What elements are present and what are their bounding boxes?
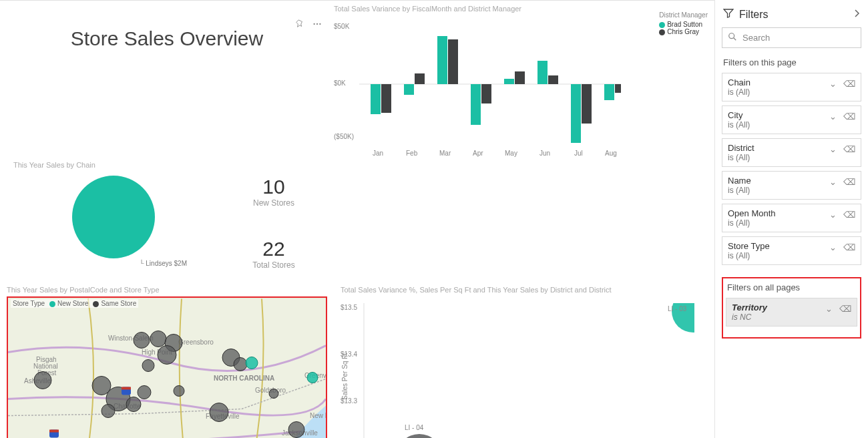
filter-search-input[interactable]: Search [722,27,861,48]
pin-icon[interactable] [295,19,304,31]
svg-point-94 [397,434,442,438]
svg-rect-17 [537,61,548,84]
chevron-down-icon[interactable]: ⌄ [829,79,837,89]
svg-text:Jan: Jan [373,150,383,157]
svg-text:Greensboro: Greensboro [178,339,214,346]
filters-pane: Filters Search Filters on this page Chai… [714,0,868,438]
filter-card-store-type[interactable]: Store Type is (All) ⌄⌫ [722,236,861,265]
filter-icon [723,8,734,21]
svg-rect-20 [582,84,592,124]
svg-rect-15 [504,79,514,84]
svg-rect-10 [415,73,425,84]
chevron-down-icon[interactable]: ⌄ [829,144,837,154]
chevron-down-icon[interactable]: ⌄ [825,304,833,314]
svg-rect-8 [381,84,391,113]
svg-point-53 [34,372,51,389]
svg-rect-13 [471,84,481,125]
scatter-chart-svg: $13.5 $13.4 $13.3 $13.2 -8.0% -7.5% -7.0… [341,296,694,438]
svg-text:May: May [505,150,517,157]
svg-rect-19 [571,84,581,143]
map-legend: Store Type New Store Same Store [11,299,138,308]
svg-rect-11 [437,36,447,84]
eraser-icon[interactable]: ⌫ [843,177,855,187]
svg-point-63 [210,403,228,422]
eraser-icon[interactable]: ⌫ [843,242,855,252]
svg-rect-9 [404,84,414,95]
svg-point-70 [138,386,151,399]
filters-all-pages-highlight: Filters on all pages Territory is NC ⌄⌫ [722,277,861,339]
filter-card-open-month[interactable]: Open Month is (All) ⌄⌫ [722,204,861,232]
svg-text:Mar: Mar [439,150,451,157]
scatter-chart-tile[interactable]: Total Sales Variance %, Sales Per Sq Ft … [327,286,708,438]
eraser-icon[interactable]: ⌫ [839,304,851,314]
svg-rect-76 [122,387,131,390]
svg-point-0 [313,23,314,25]
svg-point-2 [319,23,320,25]
pie-chart-tile[interactable]: This Year Sales by Chain └ Lindseys $2M [7,161,220,284]
bar-chart-tile[interactable]: Total Sales Variance by FiscalMonth and … [327,5,708,161]
svg-point-1 [316,23,318,25]
scatter-chart-title: Total Sales Variance %, Sales Per Sq Ft … [341,286,708,294]
svg-point-69 [174,386,184,397]
filter-card-territory[interactable]: Territory is NC ⌄⌫ [726,298,857,326]
svg-point-57 [101,405,115,418]
section-filters-all: Filters on all pages [727,282,857,292]
page-title: Store Sales Overview [7,27,327,50]
svg-point-62 [142,360,154,372]
eraser-icon[interactable]: ⌫ [843,144,855,154]
svg-text:Apr: Apr [473,150,483,157]
svg-point-61 [158,346,176,365]
eraser-icon[interactable]: ⌫ [843,210,855,220]
filter-card-city[interactable]: City is (All) ⌄⌫ [722,105,861,134]
chevron-down-icon[interactable]: ⌄ [829,177,837,187]
chevron-down-icon[interactable]: ⌄ [829,210,837,220]
svg-text:$50K: $50K [334,23,350,30]
svg-point-56 [126,397,141,412]
eraser-icon[interactable]: ⌫ [843,79,855,89]
svg-rect-74 [49,430,59,433]
svg-rect-22 [615,84,621,93]
svg-rect-18 [548,75,558,84]
pie-chart-title: This Year Sales by Chain [13,161,214,169]
map-visual[interactable]: Store Type New Store Same Store [7,296,327,438]
svg-text:Jun: Jun [539,150,550,157]
svg-text:Jul: Jul [574,150,583,157]
filter-card-district[interactable]: District is (All) ⌄⌫ [722,138,861,167]
svg-line-97 [734,38,736,41]
svg-text:Aug: Aug [605,150,617,157]
card-new-stores[interactable]: 10 New Stores [220,176,327,208]
svg-point-96 [729,33,734,39]
section-filters-page: Filters on this page [723,57,861,67]
chevron-down-icon[interactable]: ⌄ [829,112,837,122]
svg-point-58 [134,333,150,349]
pie-chart [72,176,155,258]
scatter-point-label: LI - 04 [405,424,424,431]
svg-text:$0K: $0K [334,79,346,87]
map-chart-title: This Year Sales by PostalCode and Store … [7,286,327,294]
bar-chart-svg: $50K $0K ($50K) [334,15,621,159]
svg-point-59 [150,331,166,347]
svg-text:NORTH CAROLINA: NORTH CAROLINA [214,375,274,382]
svg-rect-7 [371,84,381,114]
filter-card-chain[interactable]: Chain is (All) ⌄⌫ [722,73,861,101]
chevron-down-icon[interactable]: ⌄ [829,242,837,252]
svg-point-72 [307,373,318,383]
svg-text:Feb: Feb [406,150,418,157]
svg-rect-21 [604,84,614,100]
svg-point-71 [246,357,258,369]
eraser-icon[interactable]: ⌫ [843,112,855,122]
svg-rect-12 [448,39,458,84]
bar-chart-legend: District Manager Brad Sutton Chris Gray [659,11,708,35]
svg-text:$13.5: $13.5 [341,304,357,311]
scatter-point-label: LI - 03 [668,305,687,312]
map-svg: Winston-Salem Greensboro High Point Pisg… [8,298,326,438]
svg-text:($50K): ($50K) [334,133,354,140]
more-icon[interactable] [312,19,322,31]
svg-text:New Be: New Be [310,412,326,419]
filter-card-name[interactable]: Name is (All) ⌄⌫ [722,171,861,200]
scatter-ylabel: Sales Per Sq Ft [341,353,349,400]
svg-point-66 [269,389,278,399]
collapse-icon[interactable] [853,9,860,20]
svg-rect-16 [515,71,525,84]
card-total-stores[interactable]: 22 Total Stores [220,238,327,270]
